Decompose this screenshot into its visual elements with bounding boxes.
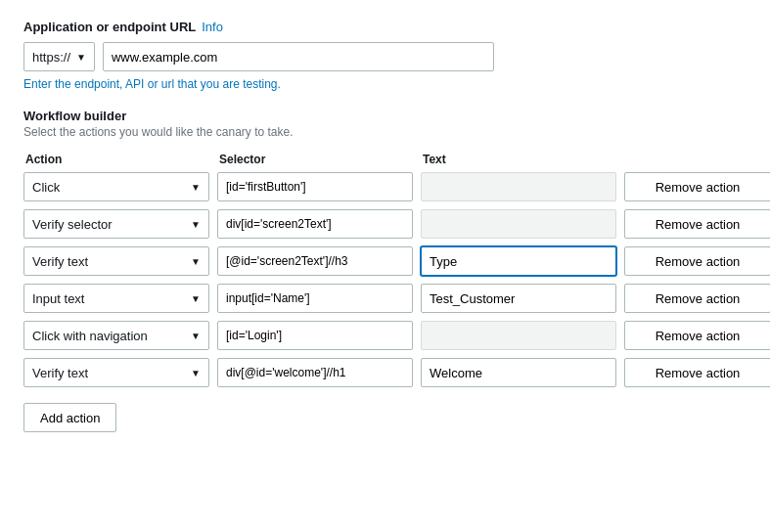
table-row: Verify selector ▼ Remove action: [23, 209, 747, 239]
table-row: Click ▼ Remove action: [23, 172, 747, 201]
selector-input-0[interactable]: [217, 172, 413, 201]
url-hint: Enter the endpoint, API or url that you …: [23, 77, 747, 91]
action-arrow-icon-0: ▼: [191, 182, 201, 193]
workflow-title: Workflow builder: [23, 109, 747, 123]
action-arrow-icon-1: ▼: [191, 219, 201, 230]
info-link[interactable]: Info: [202, 20, 223, 34]
action-label-1: Verify selector: [32, 217, 113, 232]
remove-action-button-2[interactable]: Remove action: [624, 246, 770, 276]
action-arrow-icon-3: ▼: [191, 293, 201, 304]
action-label-2: Verify text: [32, 254, 88, 269]
text-input-2[interactable]: [421, 246, 616, 276]
remove-action-button-0[interactable]: Remove action: [624, 172, 770, 201]
action-label-3: Input text: [32, 291, 84, 306]
selector-input-4[interactable]: [217, 321, 413, 350]
text-input-0[interactable]: [421, 172, 616, 201]
selector-input-2[interactable]: [217, 246, 413, 276]
add-action-button[interactable]: Add action: [23, 403, 116, 432]
remove-action-button-3[interactable]: Remove action: [624, 284, 770, 313]
action-select-1[interactable]: Verify selector ▼: [23, 209, 209, 239]
action-select-2[interactable]: Verify text ▼: [23, 246, 209, 276]
action-select-5[interactable]: Verify text ▼: [23, 358, 209, 387]
table-row: Input text ▼ Remove action: [23, 284, 747, 313]
remove-action-button-5[interactable]: Remove action: [624, 358, 770, 387]
table-row: Verify text ▼ Remove action: [23, 246, 747, 276]
protocol-select[interactable]: https:// ▼: [23, 42, 95, 71]
text-input-1[interactable]: [421, 209, 616, 239]
app-url-section-header: Application or endpoint URL Info: [23, 20, 747, 34]
col-header-selector: Selector: [219, 153, 415, 166]
remove-action-button-4[interactable]: Remove action: [624, 321, 770, 350]
remove-action-button-1[interactable]: Remove action: [624, 209, 770, 239]
action-label-4: Click with navigation: [32, 329, 148, 343]
text-input-5[interactable]: [421, 358, 616, 387]
table-row: Verify text ▼ Remove action: [23, 358, 747, 387]
selector-input-1[interactable]: [217, 209, 413, 239]
action-label-0: Click: [32, 180, 60, 195]
selector-input-5[interactable]: [217, 358, 413, 387]
action-select-4[interactable]: Click with navigation ▼: [23, 321, 209, 350]
action-select-3[interactable]: Input text ▼: [23, 284, 209, 313]
text-input-4[interactable]: [421, 321, 616, 350]
table-header: Action Selector Text: [23, 153, 747, 166]
action-label-5: Verify text: [32, 366, 88, 380]
app-url-label: Application or endpoint URL: [23, 20, 196, 34]
action-select-0[interactable]: Click ▼: [23, 172, 209, 201]
url-row: https:// ▼: [23, 42, 747, 71]
col-header-remove: [626, 153, 770, 166]
table-row: Click with navigation ▼ Remove action: [23, 321, 747, 350]
workflow-subtitle: Select the actions you would like the ca…: [23, 125, 747, 139]
text-input-3[interactable]: [421, 284, 616, 313]
selector-input-3[interactable]: [217, 284, 413, 313]
workflow-section: Workflow builder Select the actions you …: [23, 109, 747, 432]
action-arrow-icon-2: ▼: [191, 256, 201, 267]
col-header-text: Text: [423, 153, 618, 166]
col-header-action: Action: [25, 153, 211, 166]
url-input[interactable]: [103, 42, 494, 71]
action-arrow-icon-4: ▼: [191, 331, 201, 341]
protocol-arrow-icon: ▼: [76, 52, 86, 63]
protocol-value: https://: [32, 50, 70, 65]
action-arrow-icon-5: ▼: [191, 368, 201, 378]
